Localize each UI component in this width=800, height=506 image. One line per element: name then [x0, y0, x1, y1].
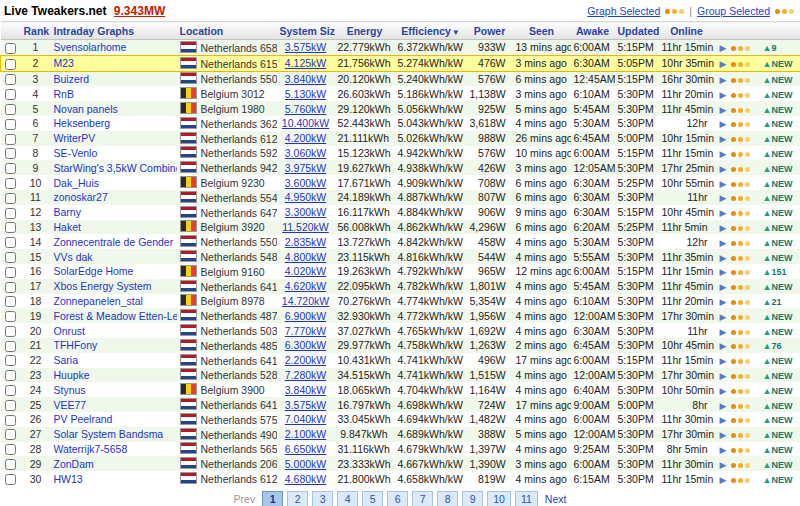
row-checkbox[interactable]	[5, 415, 16, 426]
graph-play-icon[interactable]: ▶	[720, 119, 727, 129]
system-name-link[interactable]: Svensolarhome	[54, 41, 127, 53]
system-size-link[interactable]: 11.520kW	[282, 221, 329, 233]
group-selected-link[interactable]: Group Selected	[697, 5, 770, 17]
graph-play-icon[interactable]: ▶	[720, 164, 727, 174]
row-checkbox[interactable]	[5, 178, 16, 189]
graph-play-icon[interactable]: ▶	[720, 179, 727, 189]
graph-play-icon[interactable]: ▶	[720, 371, 727, 381]
system-size-link[interactable]: 7.280kW	[285, 369, 326, 381]
system-size-link[interactable]: 3.975kW	[285, 162, 326, 174]
col-header-seen[interactable]: Seen	[513, 22, 571, 40]
page-button[interactable]: 7	[412, 491, 433, 506]
row-checkbox[interactable]	[5, 267, 16, 278]
page-button[interactable]: 3	[312, 491, 333, 506]
graph-play-icon[interactable]: ▶	[720, 90, 727, 100]
graph-play-icon[interactable]: ▶	[720, 59, 727, 69]
graph-play-icon[interactable]: ▶	[720, 327, 727, 337]
system-name-link[interactable]: Solar System Bandsma	[54, 428, 164, 440]
row-checkbox[interactable]	[5, 385, 16, 396]
graph-play-icon[interactable]: ▶	[720, 430, 727, 440]
col-header-power[interactable]: Power	[467, 22, 513, 40]
system-size-link[interactable]: 7.040kW	[285, 413, 326, 425]
graph-play-icon[interactable]: ▶	[720, 460, 727, 470]
graph-play-icon[interactable]: ▶	[720, 386, 727, 396]
col-header-updated[interactable]: Updated	[615, 22, 659, 40]
system-size-link[interactable]: 3.840kW	[285, 384, 326, 396]
system-size-link[interactable]: 7.770kW	[285, 325, 326, 337]
system-name-link[interactable]: Xbos Energy System	[54, 280, 152, 292]
page-button[interactable]: 6	[387, 491, 408, 506]
col-header-rank[interactable]: Rank	[21, 22, 51, 40]
system-name-link[interactable]: M23	[54, 57, 74, 69]
row-checkbox[interactable]	[5, 59, 16, 70]
row-checkbox[interactable]	[5, 104, 16, 115]
row-checkbox[interactable]	[5, 429, 16, 440]
system-size-link[interactable]: 3.575kW	[285, 399, 326, 411]
graph-play-icon[interactable]: ▶	[720, 475, 727, 485]
col-header-location[interactable]: Location	[177, 22, 277, 40]
system-size-link[interactable]: 5.130kW	[285, 88, 326, 100]
row-checkbox[interactable]	[5, 43, 16, 54]
system-name-link[interactable]: TFHFony	[54, 339, 98, 351]
graph-play-icon[interactable]: ▶	[720, 75, 727, 85]
system-name-link[interactable]: Forest & Meadow Etten-Leur	[54, 310, 177, 322]
graph-play-icon[interactable]: ▶	[720, 445, 727, 455]
row-checkbox[interactable]	[5, 252, 16, 263]
system-name-link[interactable]: Onrust	[54, 325, 86, 337]
page-button[interactable]: 9	[462, 491, 483, 506]
system-name-link[interactable]: Waterrijk7-5658	[54, 443, 128, 455]
col-header-intraday-graphs[interactable]: Intraday Graphs	[51, 22, 177, 40]
graph-play-icon[interactable]: ▶	[720, 238, 727, 248]
graph-play-icon[interactable]: ▶	[720, 208, 727, 218]
system-size-link[interactable]: 3.060kW	[285, 147, 326, 159]
system-name-link[interactable]: Saria	[54, 354, 79, 366]
system-name-link[interactable]: WriterPV	[54, 132, 96, 144]
graph-play-icon[interactable]: ▶	[720, 134, 727, 144]
graph-play-icon[interactable]: ▶	[720, 356, 727, 366]
system-name-link[interactable]: Heksenberg	[54, 117, 111, 129]
system-name-link[interactable]: VEE77	[54, 399, 87, 411]
row-checkbox[interactable]	[5, 119, 16, 130]
system-name-link[interactable]: Dak_Huis	[54, 177, 100, 189]
row-checkbox[interactable]	[5, 208, 16, 219]
system-name-link[interactable]: zonoskar27	[54, 191, 108, 203]
system-name-link[interactable]: PV Peelrand	[54, 413, 113, 425]
graph-play-icon[interactable]: ▶	[720, 415, 727, 425]
graph-play-icon[interactable]: ▶	[720, 105, 727, 115]
system-name-link[interactable]: StarWing's 3,5kW Combined	[54, 162, 177, 174]
graph-play-icon[interactable]: ▶	[720, 223, 727, 233]
system-size-link[interactable]: 4.200kW	[285, 132, 326, 144]
system-name-link[interactable]: Novan panels	[54, 103, 118, 115]
graph-play-icon[interactable]: ▶	[720, 149, 727, 159]
row-checkbox[interactable]	[5, 341, 16, 352]
col-header-energy[interactable]: Energy	[335, 22, 395, 40]
system-size-link[interactable]: 4.620kW	[285, 280, 326, 292]
system-size-link[interactable]: 10.400kW	[282, 117, 329, 129]
row-checkbox[interactable]	[5, 296, 16, 307]
page-button[interactable]: 11	[515, 491, 538, 506]
row-checkbox[interactable]	[5, 148, 16, 159]
row-checkbox[interactable]	[5, 193, 16, 204]
system-size-link[interactable]: 3.300kW	[285, 206, 326, 218]
system-size-link[interactable]: 6.900kW	[285, 310, 326, 322]
system-size-link[interactable]: 3.600kW	[285, 177, 326, 189]
graph-play-icon[interactable]: ▶	[720, 253, 727, 263]
row-checkbox[interactable]	[5, 222, 16, 233]
system-name-link[interactable]: HW13	[54, 473, 83, 485]
graph-play-icon[interactable]: ▶	[720, 341, 727, 351]
next-button[interactable]: Next	[545, 493, 567, 505]
row-checkbox[interactable]	[5, 459, 16, 470]
system-name-link[interactable]: RnB	[54, 88, 74, 100]
page-button[interactable]: 2	[287, 491, 308, 506]
row-checkbox[interactable]	[5, 474, 16, 485]
system-name-link[interactable]: Zonnecentrale de Gender	[54, 236, 174, 248]
graph-play-icon[interactable]: ▶	[720, 193, 727, 203]
system-size-link[interactable]: 2.200kW	[285, 354, 326, 366]
row-checkbox[interactable]	[5, 326, 16, 337]
graph-play-icon[interactable]: ▶	[720, 297, 727, 307]
page-button[interactable]: 10	[487, 491, 511, 506]
page-button[interactable]: 4	[337, 491, 358, 506]
row-checkbox[interactable]	[5, 370, 16, 381]
graph-play-icon[interactable]: ▶	[720, 282, 727, 292]
row-checkbox[interactable]	[5, 237, 16, 248]
